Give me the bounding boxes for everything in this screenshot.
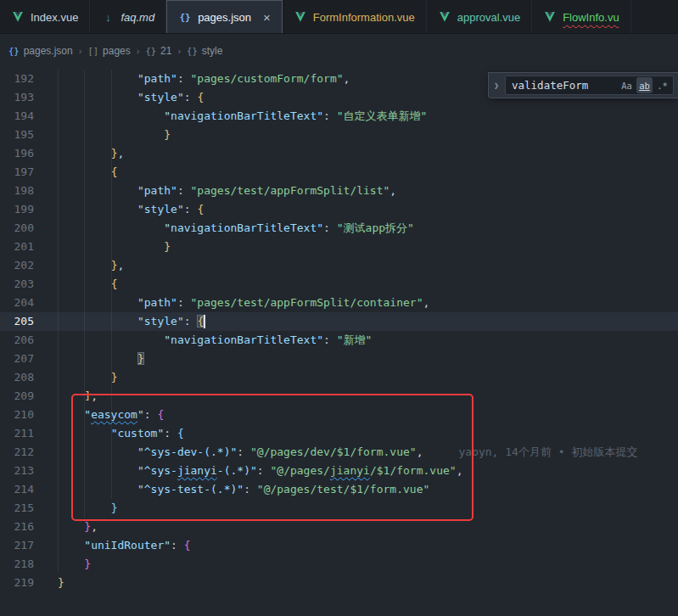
code-line-201[interactable]: 201 } xyxy=(0,238,678,256)
line-number[interactable]: 218 xyxy=(0,555,34,574)
code-line-205[interactable]: 205 "style": { xyxy=(0,312,678,331)
code-line-207[interactable]: 207 } xyxy=(0,350,678,368)
token xyxy=(58,296,137,309)
code-line-199[interactable]: 199 "style": { xyxy=(0,200,678,219)
code-line-216[interactable]: 216 }, xyxy=(0,518,678,536)
token: } xyxy=(84,520,91,533)
code-line-209[interactable]: 209 ], xyxy=(0,387,678,406)
token: , xyxy=(423,296,429,309)
code-line-text: }, xyxy=(58,144,124,163)
code-line-195[interactable]: 195 } xyxy=(0,126,678,144)
token: "^sys-dev-(.*)" xyxy=(137,445,237,458)
code-line-208[interactable]: 208 } xyxy=(0,368,678,387)
line-number[interactable]: 194 xyxy=(0,107,34,126)
code-line-219[interactable]: 219} xyxy=(0,574,678,592)
code-line-213[interactable]: 213 "^sys-jianyi-(.*)": "@/pages/jianyi/… xyxy=(0,462,678,480)
line-number[interactable]: 219 xyxy=(0,574,34,592)
token: : xyxy=(257,464,271,477)
tab-forminformation-vue[interactable]: FormInformation.vue xyxy=(283,0,427,34)
line-number[interactable]: 217 xyxy=(0,536,34,555)
code-line-212[interactable]: 212 "^sys-dev-(.*)": "@/pages/dev/$1/for… xyxy=(0,443,678,462)
line-number[interactable]: 214 xyxy=(0,480,34,499)
line-number[interactable]: 201 xyxy=(0,238,34,256)
line-number[interactable]: 207 xyxy=(0,350,34,368)
tab-label: FlowInfo.vu xyxy=(563,11,619,24)
close-icon[interactable]: × xyxy=(263,11,271,24)
code-line-202[interactable]: 202 }, xyxy=(0,256,678,275)
line-number[interactable]: 198 xyxy=(0,182,34,200)
token: "style" xyxy=(137,91,184,104)
line-number[interactable]: 200 xyxy=(0,219,34,238)
code-line-218[interactable]: 218 } xyxy=(0,555,678,574)
code-editor[interactable]: 192 "path": "pages/customForm/form",193 … xyxy=(0,68,678,616)
code-line-200[interactable]: 200 "navigationBarTitleText": "测试app拆分" xyxy=(0,219,678,238)
token xyxy=(58,539,84,552)
code-line-215[interactable]: 215 } xyxy=(0,499,678,518)
breadcrumb-item-pages[interactable]: []pages xyxy=(87,45,130,57)
vue-icon xyxy=(438,12,451,23)
code-line-196[interactable]: 196 }, xyxy=(0,144,678,163)
line-number[interactable]: 199 xyxy=(0,200,34,219)
breadcrumb-item-21[interactable]: {}21 xyxy=(145,45,171,57)
vue-icon xyxy=(543,12,557,23)
token xyxy=(58,277,111,290)
code-line-214[interactable]: 214 "^sys-test-(.*)": "@/pages/test/$1/f… xyxy=(0,480,678,499)
tab-bar: Index.vue↓faq.md{}pages.json×FormInforma… xyxy=(0,0,678,34)
token: "自定义表单新增" xyxy=(337,109,428,122)
breadcrumb-label: 21 xyxy=(160,45,171,57)
line-number[interactable]: 208 xyxy=(0,368,34,387)
line-number[interactable]: 203 xyxy=(0,275,34,294)
tab-index-vue[interactable]: Index.vue xyxy=(0,0,90,34)
tab-flowinfo-vu[interactable]: FlowInfo.vu xyxy=(532,0,630,34)
code-line-194[interactable]: 194 "navigationBarTitleText": "自定义表单新增" xyxy=(0,107,678,126)
find-input[interactable]: validateForm Aa ab .* xyxy=(505,76,674,95)
token: "@/pages/test/$1/form.vue" xyxy=(257,483,430,496)
line-number[interactable]: 196 xyxy=(0,144,34,163)
token: easycom xyxy=(91,408,137,421)
tab-faq-md[interactable]: ↓faq.md xyxy=(90,0,166,34)
code-line-197[interactable]: 197 { xyxy=(0,163,678,182)
line-number[interactable]: 192 xyxy=(0,70,34,88)
line-number[interactable]: 213 xyxy=(0,462,34,480)
line-number[interactable]: 197 xyxy=(0,163,34,182)
breadcrumb-item-style[interactable]: {}style xyxy=(187,45,222,57)
token: "navigationBarTitleText" xyxy=(164,109,323,122)
token: /$1/form.vue" xyxy=(370,464,457,477)
breadcrumb-item-pages-json[interactable]: {}pages.json xyxy=(8,45,73,57)
code-line-203[interactable]: 203 { xyxy=(0,275,678,294)
code-line-204[interactable]: 204 "path": "pages/test/appFormSplit/con… xyxy=(0,294,678,312)
find-widget[interactable]: ❯ validateForm Aa ab .* xyxy=(488,72,678,98)
object-symbol-icon: {} xyxy=(145,46,156,56)
line-number[interactable]: 205 xyxy=(0,312,34,331)
code-line-211[interactable]: 211 "custom": { xyxy=(0,424,678,443)
token: , xyxy=(344,72,350,85)
token: -(.*)" xyxy=(217,464,257,477)
tab-approval-vue[interactable]: approval.vue xyxy=(427,0,532,34)
token xyxy=(58,221,164,234)
token: ] xyxy=(84,389,91,402)
chevron-right-icon[interactable]: ❯ xyxy=(491,81,501,90)
code-line-217[interactable]: 217 "uniIdRouter": { xyxy=(0,536,678,555)
code-line-210[interactable]: 210 "easycom": { xyxy=(0,406,678,424)
line-number[interactable]: 204 xyxy=(0,294,34,312)
token xyxy=(58,520,84,533)
tab-pages-json[interactable]: {}pages.json× xyxy=(166,0,283,34)
line-number[interactable]: 211 xyxy=(0,424,34,443)
code-line-198[interactable]: 198 "path": "pages/test/appFormSplit/lis… xyxy=(0,182,678,200)
line-number[interactable]: 216 xyxy=(0,518,34,536)
regex-button[interactable]: .* xyxy=(654,77,670,93)
line-number[interactable]: 193 xyxy=(0,88,34,107)
token: } xyxy=(164,240,171,253)
code-line-206[interactable]: 206 "navigationBarTitleText": "新增" xyxy=(0,331,678,350)
line-number[interactable]: 202 xyxy=(0,256,34,275)
whole-word-button[interactable]: ab xyxy=(636,77,653,93)
line-number[interactable]: 195 xyxy=(0,126,34,144)
line-number[interactable]: 210 xyxy=(0,406,34,424)
line-number[interactable]: 212 xyxy=(0,443,34,462)
line-number[interactable]: 209 xyxy=(0,387,34,406)
match-case-button[interactable]: Aa xyxy=(619,77,635,93)
line-number[interactable]: 215 xyxy=(0,499,34,518)
code-line-text: } xyxy=(58,350,144,368)
token: { xyxy=(111,277,118,290)
line-number[interactable]: 206 xyxy=(0,331,34,350)
